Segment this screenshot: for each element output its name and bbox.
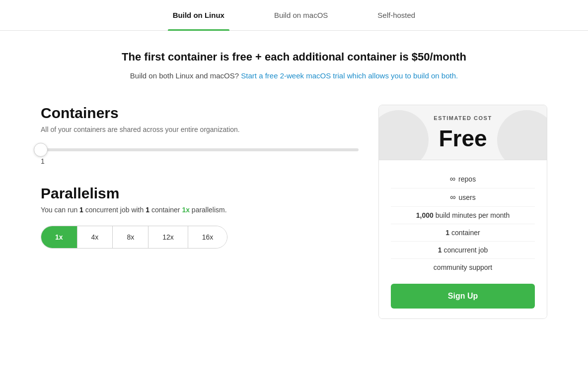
macos-trial-link[interactable]: Start a free 2-week macOS trial which al…: [241, 71, 458, 80]
feature-container: 1 container: [391, 224, 535, 242]
feature-repos: ∞ repos: [391, 170, 535, 188]
tab-self-hosted[interactable]: Self-hosted: [372, 0, 420, 30]
cost-card: ESTIMATED COST Free ∞ repos ∞ users 1,00…: [378, 105, 547, 319]
infinity-users-icon: ∞: [450, 193, 455, 201]
feature-support: community support: [391, 259, 535, 276]
pricing-subtext: Build on both Linux and macOS? Start a f…: [41, 71, 547, 80]
slider-thumb[interactable]: [34, 143, 48, 157]
containers-section: Containers All of your containers are sh…: [41, 105, 359, 165]
para-btn-12x[interactable]: 12x: [148, 226, 188, 248]
feature-concurrent-job: 1 concurrent job: [391, 242, 535, 259]
containers-title: Containers: [41, 105, 359, 122]
para-btn-16x[interactable]: 16x: [188, 226, 227, 248]
two-column-layout: Containers All of your containers are sh…: [41, 105, 547, 319]
slider-track: [41, 148, 359, 151]
feature-users: ∞ users: [391, 188, 535, 207]
tab-build-macos[interactable]: Build on macOS: [269, 0, 333, 30]
feature-build-minutes: 1,000 build minutes per month: [391, 207, 535, 224]
containers-slider-container: [41, 148, 359, 151]
containers-description: All of your containers are shared across…: [41, 125, 359, 133]
tab-build-linux[interactable]: Build on Linux: [168, 0, 229, 30]
cost-card-header: ESTIMATED COST Free: [379, 105, 547, 160]
tabs-bar: Build on Linux Build on macOS Self-hoste…: [0, 0, 588, 31]
para-btn-8x[interactable]: 8x: [113, 226, 148, 248]
slider-value: 1: [41, 157, 359, 165]
main-content: The first container is free + each addit…: [21, 31, 567, 339]
cost-card-body: ∞ repos ∞ users 1,000 build minutes per …: [379, 160, 547, 318]
parallelism-section: Parallelism You can run 1 concurrent job…: [41, 185, 359, 249]
signup-button[interactable]: Sign Up: [391, 284, 535, 309]
infinity-repos-icon: ∞: [450, 175, 455, 183]
left-column: Containers All of your containers are sh…: [41, 105, 359, 249]
parallelism-description: You can run 1 concurrent job with 1 cont…: [41, 206, 359, 214]
parallelism-buttons: 1x 4x 8x 12x 16x: [41, 226, 227, 249]
pricing-headline: The first container is free + each addit…: [41, 51, 547, 63]
para-btn-4x[interactable]: 4x: [77, 226, 113, 248]
cost-card-inner: ESTIMATED COST Free ∞ repos ∞ users 1,00…: [378, 105, 547, 319]
parallelism-title: Parallelism: [41, 185, 359, 202]
para-btn-1x[interactable]: 1x: [41, 226, 77, 248]
